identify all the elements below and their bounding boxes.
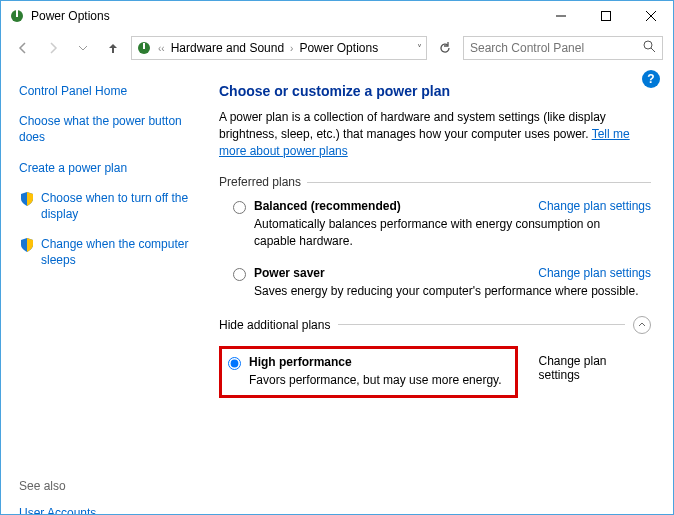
search-input[interactable] [470, 41, 643, 55]
breadcrumb-sep: ‹‹ [158, 43, 165, 54]
svg-rect-3 [601, 12, 610, 21]
search-icon[interactable] [643, 40, 656, 56]
page-heading: Choose or customize a power plan [219, 83, 651, 99]
forward-button[interactable] [41, 36, 65, 60]
battery-icon [136, 40, 152, 56]
create-plan-link[interactable]: Create a power plan [19, 160, 199, 176]
address-dropdown-icon[interactable]: ˅ [417, 43, 422, 54]
breadcrumb-hardware[interactable]: Hardware and Sound [171, 41, 284, 55]
recent-dropdown[interactable] [71, 36, 95, 60]
power-button-link[interactable]: Choose what the power button does [19, 113, 199, 145]
hide-plans-label[interactable]: Hide additional plans [219, 318, 330, 332]
intro-span: A power plan is a collection of hardware… [219, 110, 606, 141]
balanced-desc: Automatically balances performance with … [254, 216, 651, 250]
address-bar[interactable]: ‹‹ Hardware and Sound › Power Options ˅ [131, 36, 427, 60]
app-icon [9, 8, 25, 24]
svg-point-8 [644, 41, 652, 49]
maximize-button[interactable] [583, 1, 628, 31]
computer-sleeps-link[interactable]: Change when the computer sleeps [41, 236, 199, 268]
balanced-radio[interactable] [233, 201, 246, 214]
close-button[interactable] [628, 1, 673, 31]
high-perf-change-link[interactable]: Change plan settings [538, 354, 651, 382]
saver-desc: Saves energy by reducing your computer's… [254, 283, 651, 300]
saver-radio[interactable] [233, 268, 246, 281]
high-perf-radio[interactable] [228, 357, 241, 370]
refresh-button[interactable] [433, 36, 457, 60]
divider [307, 182, 651, 183]
svg-rect-7 [143, 43, 145, 49]
shield-icon [19, 191, 35, 207]
balanced-name: Balanced (recommended) [254, 199, 401, 213]
back-button[interactable] [11, 36, 35, 60]
see-also-label: See also [19, 479, 199, 493]
saver-name: Power saver [254, 266, 325, 280]
high-perf-desc: Favors performance, but may use more ene… [249, 372, 507, 389]
svg-line-9 [651, 48, 655, 52]
minimize-button[interactable] [538, 1, 583, 31]
preferred-plans-label: Preferred plans [219, 175, 301, 189]
svg-rect-1 [16, 10, 18, 17]
search-box[interactable] [463, 36, 663, 60]
shield-icon [19, 237, 35, 253]
high-perf-name: High performance [249, 355, 507, 369]
saver-change-link[interactable]: Change plan settings [538, 266, 651, 280]
collapse-button[interactable] [633, 316, 651, 334]
window-title: Power Options [31, 9, 538, 23]
intro-text: A power plan is a collection of hardware… [219, 109, 651, 159]
chevron-right-icon: › [290, 43, 293, 54]
control-panel-home-link[interactable]: Control Panel Home [19, 83, 199, 99]
up-button[interactable] [101, 36, 125, 60]
divider [338, 324, 625, 325]
turn-off-display-link[interactable]: Choose when to turn off the display [41, 190, 199, 222]
balanced-change-link[interactable]: Change plan settings [538, 199, 651, 213]
user-accounts-link[interactable]: User Accounts [19, 505, 199, 516]
breadcrumb-power[interactable]: Power Options [299, 41, 378, 55]
